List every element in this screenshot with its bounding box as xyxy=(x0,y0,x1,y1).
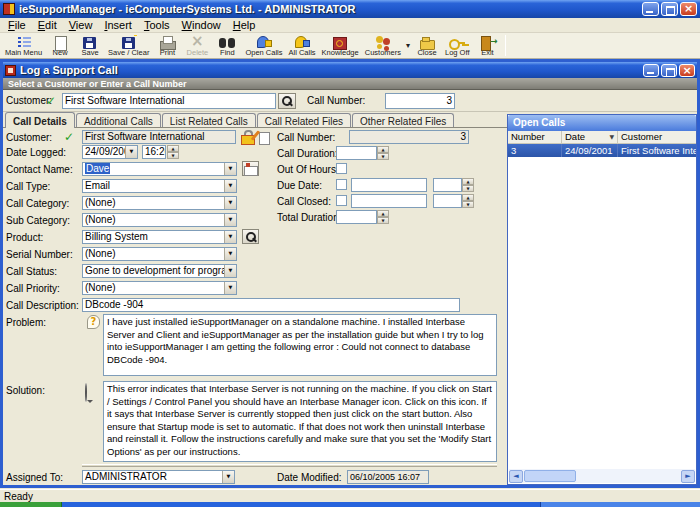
menu-edit[interactable]: Edit xyxy=(32,18,63,32)
call-closed-date-input[interactable] xyxy=(351,194,427,208)
tab-call-details[interactable]: Call Details xyxy=(5,112,75,128)
call-description-input[interactable]: DBcode -904 xyxy=(82,298,460,312)
chevron-down-icon[interactable]: ▼ xyxy=(224,214,236,226)
call-window-minimize-button[interactable] xyxy=(643,64,659,77)
due-time-spinner[interactable]: ▲▼ xyxy=(462,178,474,192)
spin-up-icon: ▲ xyxy=(462,178,474,185)
sort-desc-icon: ▼ xyxy=(609,131,614,143)
menu-insert[interactable]: Insert xyxy=(98,18,138,32)
toolbar-button-find[interactable]: Find xyxy=(212,34,242,57)
total-duration-spinner[interactable]: ▲▼ xyxy=(377,210,389,224)
toolbar-button-new[interactable]: New xyxy=(45,34,75,57)
system-tray[interactable] xyxy=(540,502,700,507)
serial-number-combo[interactable]: (None) ▼ xyxy=(82,247,237,261)
table-row[interactable]: 3 24/09/2001 First Software Internationa… xyxy=(508,144,696,157)
toolbar-button-exit[interactable]: Exit xyxy=(472,34,502,57)
toolbar-button-save-clear[interactable]: Save / Clear xyxy=(105,34,152,57)
customer-label: Customer: xyxy=(6,132,52,143)
customer-field[interactable]: First Software International xyxy=(82,130,236,144)
splitter[interactable] xyxy=(82,464,497,467)
toolbar-button-customers[interactable]: Customers xyxy=(362,34,404,57)
contact-name-combo[interactable]: Dave ▼ xyxy=(82,162,237,176)
tab-other-related-files[interactable]: Other Related Files xyxy=(352,113,454,127)
menu-view[interactable]: View xyxy=(63,18,99,32)
out-of-hours-checkbox[interactable] xyxy=(336,163,347,174)
toolbar-button-open-calls[interactable]: Open Calls xyxy=(242,34,285,57)
column-header-customer[interactable]: Customer xyxy=(618,131,696,143)
scroll-left-icon[interactable]: ◄ xyxy=(509,470,523,483)
due-date-checkbox[interactable] xyxy=(336,179,347,190)
assigned-to-combo[interactable]: ADMINISTRATOR ▼ xyxy=(82,470,235,484)
toolbar-button-knowledge[interactable]: Knowledge xyxy=(319,34,362,57)
status-text: Ready xyxy=(4,491,33,502)
product-combo[interactable]: Billing System ▼ xyxy=(82,230,237,244)
lookup-call-number-input[interactable]: 3 xyxy=(385,93,455,109)
toolbar-button-log-off[interactable]: Log Off xyxy=(442,34,472,57)
call-duration-input[interactable] xyxy=(336,146,377,160)
exit-icon xyxy=(478,35,496,47)
call-window-close-button[interactable]: × xyxy=(679,64,695,77)
menu-tools[interactable]: Tools xyxy=(138,18,176,32)
solution-textarea[interactable]: This error indicates that Interbase Serv… xyxy=(103,381,497,462)
serial-number-label: Serial Number: xyxy=(6,249,73,260)
call-status-combo[interactable]: Gone to development for program modifica… xyxy=(82,264,237,278)
column-header-number[interactable]: Number xyxy=(508,131,562,143)
time-spinner[interactable]: ▲▼ xyxy=(167,145,179,159)
toolbar-button-print[interactable]: Print xyxy=(152,34,182,57)
start-button[interactable] xyxy=(0,502,62,507)
app-icon xyxy=(3,3,15,15)
call-priority-combo[interactable]: (None) ▼ xyxy=(82,281,237,295)
scrollbar-thumb[interactable] xyxy=(524,470,576,482)
call-closed-time-input[interactable] xyxy=(433,194,462,208)
minimize-button[interactable] xyxy=(642,2,659,16)
search-icon xyxy=(243,230,258,243)
search-icon xyxy=(279,94,295,108)
toolbar-button-all-calls[interactable]: All Calls xyxy=(286,34,319,57)
chevron-down-icon[interactable]: ▼ xyxy=(125,146,137,158)
call-duration-spinner[interactable]: ▲▼ xyxy=(377,146,389,160)
product-value: Billing System xyxy=(85,231,148,242)
due-date-input[interactable] xyxy=(351,178,427,192)
contact-details-button[interactable] xyxy=(242,161,259,176)
close-button[interactable]: × xyxy=(680,2,697,16)
call-category-combo[interactable]: (None) ▼ xyxy=(82,196,237,210)
scroll-right-icon[interactable]: ► xyxy=(681,470,695,483)
call-closed-time-spinner[interactable]: ▲▼ xyxy=(462,194,474,208)
sub-category-combo[interactable]: (None) ▼ xyxy=(82,213,237,227)
tab-call-related-files[interactable]: Call Related Files xyxy=(257,113,351,127)
date-logged-input[interactable]: 24/09/2001 ▼ xyxy=(82,145,138,159)
horizontal-scrollbar[interactable]: ◄ ► xyxy=(509,469,695,483)
column-header-date[interactable]: Date▼ xyxy=(562,131,618,143)
tab-additional-calls[interactable]: Additional Calls xyxy=(76,113,161,127)
chevron-down-icon[interactable]: ▼ xyxy=(222,471,234,483)
customers-dropdown-icon[interactable]: ▾ xyxy=(404,36,412,56)
time-logged-input[interactable]: 16:26 xyxy=(142,145,166,159)
open-calls-header-row: Number Date▼ Customer xyxy=(508,131,696,144)
call-window-restore-button[interactable] xyxy=(661,64,677,77)
chevron-down-icon[interactable]: ▼ xyxy=(224,163,236,175)
call-closed-checkbox[interactable] xyxy=(336,195,347,206)
lookup-customer-input[interactable]: First Software International xyxy=(62,93,276,109)
customer-search-button[interactable] xyxy=(278,93,296,109)
chevron-down-icon[interactable]: ▼ xyxy=(224,231,236,243)
open-calls-title[interactable]: Open Calls xyxy=(508,115,696,131)
toolbar-button-close[interactable]: Close xyxy=(412,34,442,57)
call-category-label: Call Category: xyxy=(6,198,69,209)
chevron-down-icon[interactable]: ▼ xyxy=(224,265,236,277)
toolbar-button-save[interactable]: Save xyxy=(75,34,105,57)
toolbar-button-main-menu[interactable]: Main Menu xyxy=(2,34,45,57)
chevron-down-icon[interactable]: ▼ xyxy=(224,180,236,192)
call-type-combo[interactable]: Email ▼ xyxy=(82,179,237,193)
maximize-button[interactable] xyxy=(661,2,678,16)
chevron-down-icon[interactable]: ▼ xyxy=(224,248,236,260)
due-time-input[interactable] xyxy=(433,178,462,192)
menu-file[interactable]: File xyxy=(2,18,32,32)
chevron-down-icon[interactable]: ▼ xyxy=(224,282,236,294)
menu-window[interactable]: Window xyxy=(176,18,227,32)
product-search-button[interactable] xyxy=(242,229,259,244)
chevron-down-icon[interactable]: ▼ xyxy=(224,197,236,209)
menu-help[interactable]: Help xyxy=(227,18,262,32)
total-duration-input[interactable] xyxy=(336,210,377,224)
problem-textarea[interactable]: I have just installed ieSupportManager o… xyxy=(103,314,497,376)
tab-list-related-calls[interactable]: List Related Calls xyxy=(162,113,256,127)
